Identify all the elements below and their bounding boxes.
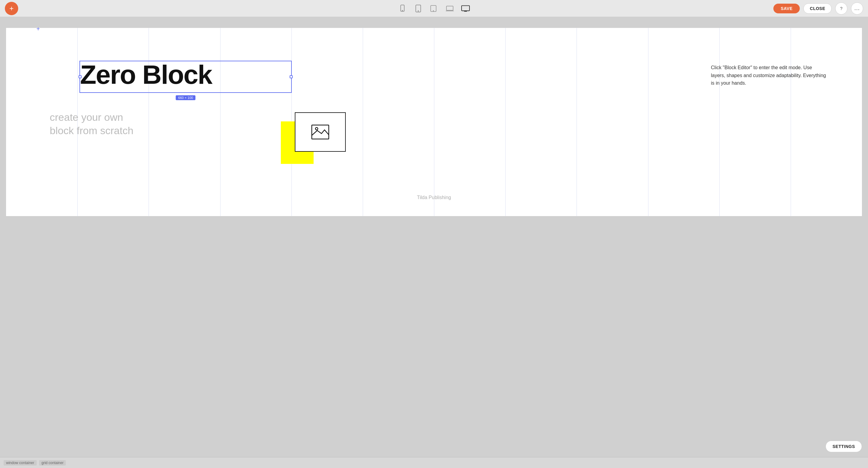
resize-handle-left[interactable]	[79, 75, 82, 78]
svg-point-12	[315, 127, 318, 130]
more-button[interactable]: ...	[851, 2, 863, 14]
svg-rect-6	[446, 6, 453, 10]
toolbar-left: +	[5, 2, 18, 15]
svg-point-3	[418, 11, 418, 11]
add-button[interactable]: +	[5, 2, 18, 15]
save-button[interactable]: SAVE	[773, 4, 800, 13]
selected-element-border: 660 × 100	[80, 61, 292, 93]
tablet-icon[interactable]	[429, 4, 439, 13]
laptop-icon[interactable]	[445, 4, 455, 13]
image-placeholder[interactable]	[295, 112, 346, 152]
resize-handle-right[interactable]	[290, 75, 293, 78]
mobile-large-icon[interactable]	[413, 4, 423, 13]
grid-container-tag: grid container	[39, 460, 66, 466]
tilda-text: Tilda Publishing	[417, 195, 451, 200]
crosshair-icon: +	[36, 26, 40, 32]
toolbar-center	[398, 4, 470, 13]
svg-point-1	[402, 10, 403, 11]
toolbar: +	[0, 0, 868, 17]
dimension-badge: 660 × 100	[176, 95, 195, 100]
grid-overlay	[6, 28, 862, 216]
subtitle-text: create your own block from scratch	[50, 111, 133, 137]
bottom-bar: window container grid container	[0, 457, 868, 468]
settings-button[interactable]: SETTINGS	[826, 441, 862, 452]
svg-rect-8	[462, 5, 469, 11]
page-block[interactable]: Zero Block 660 × 100 Click "Block Editor…	[6, 28, 862, 216]
help-button[interactable]: ?	[835, 2, 847, 14]
desktop-icon[interactable]	[461, 4, 470, 13]
toolbar-right: SAVE CLOSE ? ...	[773, 2, 863, 14]
window-container-tag: window container	[4, 460, 37, 466]
close-button[interactable]: CLOSE	[803, 3, 832, 14]
canvas-area: + Zero Block 660 × 100 Click "Block Edit…	[0, 17, 868, 457]
description-text: Click "Block Editor" to enter the edit m…	[711, 64, 826, 87]
mobile-small-icon[interactable]	[398, 4, 407, 13]
svg-point-5	[433, 10, 434, 11]
